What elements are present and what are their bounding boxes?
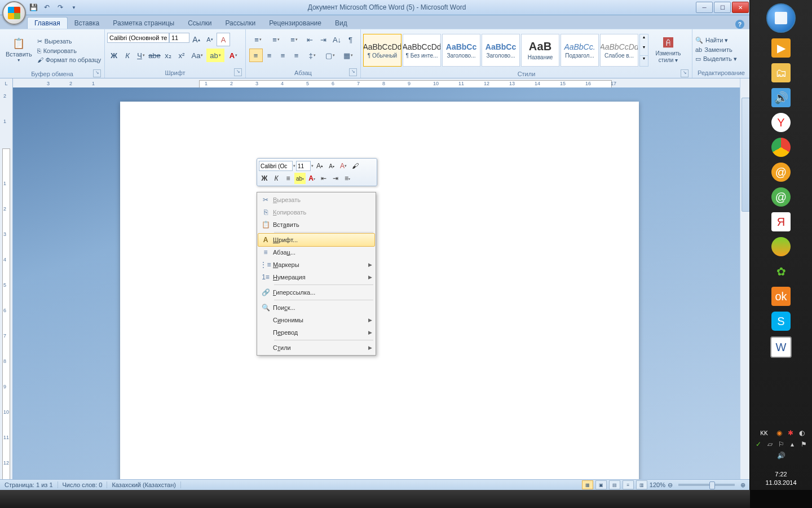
ctx-lookup[interactable]: 🔍Поиск... (258, 301, 374, 314)
line-spacing-button[interactable]: ‡▾ (303, 49, 321, 62)
odnoklassniki-icon[interactable]: ok (771, 287, 791, 306)
tab-view[interactable]: Вид (328, 17, 354, 29)
show-marks-button[interactable]: ¶ (344, 33, 358, 46)
skype-icon[interactable]: S (771, 312, 791, 331)
scrollbar-thumb[interactable] (742, 98, 750, 212)
font-color-button[interactable]: A▾ (224, 49, 242, 62)
ctx-cut[interactable]: ✂ВВырезатьырезать (258, 194, 374, 206)
yandex-icon[interactable]: Y (771, 113, 791, 132)
mini-outdent-button[interactable]: ⇤ (318, 173, 329, 184)
align-center-button[interactable]: ≡ (263, 49, 276, 62)
subscript-button[interactable]: x₂ (161, 49, 175, 62)
find-button[interactable]: 🔍Найти ▾ (695, 36, 738, 45)
mail-icon[interactable]: @ (771, 163, 791, 182)
status-words[interactable]: Число слов: 0 (58, 481, 108, 488)
style-title[interactable]: АаВНазвание (521, 34, 559, 67)
mini-font-color-button[interactable]: A▾ (306, 173, 317, 184)
multilevel-button[interactable]: ≡▾ (285, 33, 303, 46)
shading-button[interactable]: ▢▾ (321, 49, 339, 62)
copy-button[interactable]: ⎘Копировать (37, 47, 102, 55)
numbering-button[interactable]: ≡▾ (267, 33, 285, 46)
bullets-button[interactable]: ≡▾ (249, 33, 267, 46)
change-styles-button[interactable]: 🅰 Изменить стили ▾ (650, 30, 687, 70)
vertical-ruler[interactable]: 21 1234 5678 910111213 (0, 87, 13, 480)
tray-icon[interactable]: ◉ (775, 429, 783, 437)
save-icon[interactable]: 💾 (28, 2, 38, 12)
tray-icon[interactable]: ◐ (798, 429, 806, 437)
zoom-in-button[interactable]: ⊕ (740, 481, 745, 489)
browser-icon[interactable] (771, 237, 791, 256)
clipboard-launcher[interactable]: ↘ (93, 69, 101, 77)
tray-icon[interactable]: ✱ (787, 429, 795, 437)
mini-shrink-icon[interactable]: A▾ (326, 160, 337, 172)
zoom-level[interactable]: 120% (650, 481, 665, 488)
shrink-font-icon[interactable]: A▾ (203, 33, 217, 46)
tray-flag-icon[interactable]: ⚑ (800, 440, 807, 448)
word-taskbar-icon[interactable]: W (770, 336, 792, 358)
align-left-button[interactable]: ≡ (249, 49, 263, 62)
italic-button[interactable]: К (121, 49, 134, 62)
tab-insert[interactable]: Вставка (68, 17, 107, 29)
windows-taskbar[interactable] (0, 490, 750, 508)
mini-highlight-button[interactable]: ab▾ (294, 173, 306, 184)
bold-button[interactable]: Ж (107, 49, 121, 62)
ctx-hyperlink[interactable]: 🔗Гиперссылка... (258, 286, 374, 299)
clear-format-icon[interactable]: A (217, 33, 230, 46)
page[interactable] (120, 102, 639, 480)
tab-home[interactable]: Главная (27, 17, 68, 29)
vertical-scrollbar[interactable] (740, 87, 750, 480)
ctx-paragraph[interactable]: ≡Абзац... (258, 246, 374, 259)
zoom-slider[interactable] (678, 484, 735, 486)
ctx-synonyms[interactable]: Синонимы▶ (258, 314, 374, 326)
icq-icon[interactable]: ✿ (771, 262, 791, 281)
view-outline[interactable]: ≡ (623, 480, 634, 489)
view-print-layout[interactable]: ▦ (582, 480, 593, 489)
help-icon[interactable]: ? (735, 20, 744, 29)
zoom-out-button[interactable]: ⊖ (668, 481, 673, 489)
tray-lang[interactable]: KK (756, 429, 772, 437)
style-no-spacing[interactable]: AaBbCcDd¶ Без инте... (403, 34, 441, 67)
mini-bullets-button[interactable]: ≡▾ (342, 173, 353, 184)
media-player-icon[interactable]: ▶ (771, 38, 791, 58)
redo-icon[interactable]: ↷ (55, 2, 65, 12)
explorer-icon[interactable]: 🗂 (771, 63, 791, 82)
close-button[interactable]: ✕ (732, 2, 749, 13)
agent-icon[interactable]: @ (771, 187, 791, 207)
volume-icon[interactable]: 🔊 (771, 88, 791, 107)
styles-gallery[interactable]: AaBbCcDd¶ Обычный AaBbCcDd¶ Без инте... … (363, 34, 638, 67)
ctx-numbering[interactable]: 1≡Нумерация▶ (258, 271, 374, 283)
status-page[interactable]: Страница: 1 из 1 (0, 481, 58, 488)
mini-center-button[interactable]: ≡ (283, 173, 294, 184)
mini-styles-icon[interactable]: A▾ (338, 160, 349, 172)
align-right-button[interactable]: ≡ (276, 49, 290, 62)
style-subtle[interactable]: AaBbCcDdСлабое в... (600, 34, 638, 67)
style-subtitle[interactable]: AaBbCc.Подзагол... (561, 34, 599, 67)
mini-indent-button[interactable]: ⇥ (330, 173, 341, 184)
minimize-button[interactable]: ─ (696, 2, 713, 13)
tab-review[interactable]: Рецензирование (262, 17, 328, 29)
tab-references[interactable]: Ссылки (181, 17, 218, 29)
grow-font-icon[interactable]: A▴ (189, 33, 203, 46)
styles-launcher[interactable]: ↘ (681, 69, 689, 77)
mini-font-input[interactable] (259, 161, 293, 171)
mini-format-painter-icon[interactable]: 🖌 (350, 160, 361, 172)
ctx-paste[interactable]: 📋Вставить (258, 218, 374, 231)
style-normal[interactable]: AaBbCcDd¶ Обычный (363, 34, 401, 67)
borders-button[interactable]: ▦▾ (339, 49, 358, 62)
font-size-input[interactable] (169, 33, 189, 43)
tab-page-layout[interactable]: Разметка страницы (106, 17, 181, 29)
mini-italic-button[interactable]: К (271, 173, 282, 184)
case-button[interactable]: Aa▾ (188, 49, 206, 62)
superscript-button[interactable]: x² (175, 49, 188, 62)
ctx-copy[interactable]: ⎘Копировать (258, 206, 374, 218)
clock[interactable]: 7:22 11.03.2014 (750, 470, 812, 487)
ctx-translate[interactable]: Перевод▶ (258, 326, 374, 339)
tray-icon[interactable]: ⚐ (777, 440, 785, 448)
font-name-input[interactable] (107, 33, 169, 43)
document-canvas[interactable] (13, 87, 740, 480)
maximize-button[interactable]: ☐ (714, 2, 731, 13)
ctx-bullets[interactable]: ⋮≡Маркеры▶ (258, 259, 374, 271)
paragraph-launcher[interactable]: ↘ (349, 68, 357, 76)
sort-button[interactable]: A↓ (330, 33, 344, 46)
office-button[interactable] (2, 1, 26, 25)
